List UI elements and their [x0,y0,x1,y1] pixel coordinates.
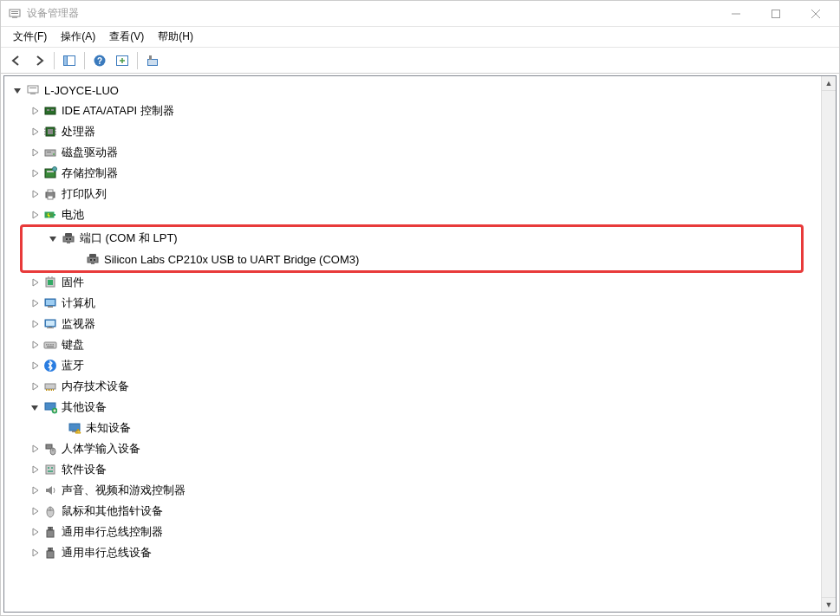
chevron-right-icon[interactable] [29,547,41,559]
svg-rect-68 [45,384,55,389]
node-label: 端口 (COM 和 LPT) [80,230,178,246]
tree-node[interactable]: 蓝牙 [4,355,821,376]
svg-rect-36 [48,190,53,192]
content-area: L-JOYCE-LUO IDE ATA/ATAPI 控制器 处理器 磁盘驱动器 … [3,75,837,613]
svg-rect-40 [65,233,72,237]
svg-rect-60 [47,327,54,328]
tree-node[interactable]: 通用串行总线控制器 [4,522,821,542]
svg-text:?: ? [97,56,102,66]
node-label: 其他设备 [62,399,107,415]
mouse-icon [42,503,58,519]
tree-node[interactable]: 存储控制器 [4,163,821,184]
chevron-right-icon[interactable] [29,360,41,372]
tree-node[interactable]: 声音、视频和游戏控制器 [4,480,821,501]
chevron-down-icon[interactable] [11,84,23,96]
show-hide-button[interactable] [59,50,80,71]
chevron-right-icon[interactable] [29,339,41,351]
svg-rect-19 [47,109,49,111]
svg-rect-58 [46,321,55,326]
scroll-down-button[interactable]: ▼ [822,597,836,612]
help-button[interactable]: ? [89,50,110,71]
chevron-right-icon[interactable] [29,297,41,309]
chevron-right-icon[interactable] [29,380,41,392]
window-controls [716,1,836,27]
svg-rect-62 [46,344,48,346]
node-label: 打印队列 [62,186,107,202]
tree-node[interactable]: IDE ATA/ATAPI 控制器 [4,101,821,121]
node-label: 内存技术设备 [62,379,129,394]
chevron-right-icon[interactable] [29,146,41,159]
tree-root[interactable]: L-JOYCE-LUO [4,80,821,101]
svg-rect-3 [12,16,17,18]
property-button[interactable] [142,50,163,71]
toolbar-separator [137,52,138,69]
node-label: 通用串行总线设备 [62,545,152,561]
svg-rect-39 [54,214,55,216]
svg-rect-51 [48,280,53,285]
scroll-up-button[interactable]: ▲ [822,76,836,91]
tree-node[interactable]: 计算机 [4,293,821,314]
node-label: 键盘 [62,337,84,353]
title-bar[interactable]: 设备管理器 [1,1,839,27]
chevron-right-icon[interactable] [29,484,41,496]
menu-view[interactable]: 查看(V) [102,28,151,46]
node-label: 通用串行总线控制器 [62,524,163,540]
chevron-right-icon[interactable] [29,276,41,289]
tree-node[interactable]: 内存技术设备 [4,376,821,397]
scan-hardware-button[interactable] [112,50,133,71]
minimize-button[interactable] [716,1,756,27]
node-label: 监视器 [62,316,95,332]
tree-node[interactable]: 其他设备 [4,397,821,418]
audio-icon [42,483,58,498]
menu-action[interactable]: 操作(A) [54,28,102,46]
forward-button[interactable] [29,50,49,71]
node-label: 软件设备 [62,462,107,477]
tree-node[interactable]: 处理器 [4,121,821,142]
chevron-down-icon[interactable] [29,401,41,413]
tree-node[interactable]: 电池 [4,204,821,225]
svg-rect-59 [49,327,52,327]
node-label: 电池 [62,207,84,223]
svg-rect-73 [53,389,54,391]
maximize-button[interactable] [756,1,796,27]
tree-child-node[interactable]: Silicon Labs CP210x USB to UART Bridge (… [23,249,801,269]
tree-node[interactable]: 鼠标和其他指针设备 [4,501,821,522]
chevron-right-icon[interactable] [29,505,41,517]
chevron-right-icon[interactable] [29,167,41,179]
svg-rect-85 [48,470,53,472]
tree-node[interactable]: 磁盘驱动器 [4,142,821,163]
tree-node[interactable]: 键盘 [4,334,821,355]
menu-file[interactable]: 文件(F) [6,28,54,46]
window-title: 设备管理器 [27,6,716,21]
tree-node[interactable]: 软件设备 [4,459,821,480]
close-button[interactable] [796,1,836,27]
chevron-right-icon[interactable] [29,209,41,221]
tree-node[interactable]: 固件 [4,272,821,293]
chevron-down-icon[interactable] [47,232,59,244]
tree-node[interactable]: 打印队列 [4,184,821,204]
port-icon [85,251,101,267]
tree-child-node[interactable]: ! 未知设备 [4,418,821,438]
keyboard-icon [42,337,58,353]
chevron-right-icon[interactable] [29,126,41,138]
back-button[interactable] [6,50,27,71]
toolbar-separator [84,52,85,69]
tree-node[interactable]: 监视器 [4,314,821,334]
tree-node[interactable]: 人体学输入设备 [4,438,821,459]
svg-rect-64 [50,344,52,346]
chevron-right-icon[interactable] [29,443,41,455]
tree-node[interactable]: 通用串行总线设备 [4,542,821,563]
scrollbar[interactable]: ▲ ▼ [821,76,836,612]
device-tree[interactable]: L-JOYCE-LUO IDE ATA/ATAPI 控制器 处理器 磁盘驱动器 … [4,76,821,612]
chevron-right-icon[interactable] [29,105,41,117]
chevron-right-icon[interactable] [29,526,41,538]
chevron-right-icon[interactable] [29,464,41,476]
chevron-right-icon[interactable] [29,318,41,330]
chevron-right-icon[interactable] [29,188,41,200]
tree-node[interactable]: 端口 (COM 和 LPT) [23,228,801,249]
computer-icon [25,82,41,98]
menu-help[interactable]: 帮助(H) [151,28,200,46]
battery-icon [42,207,58,223]
svg-rect-15 [28,86,38,93]
port-icon [61,230,76,246]
